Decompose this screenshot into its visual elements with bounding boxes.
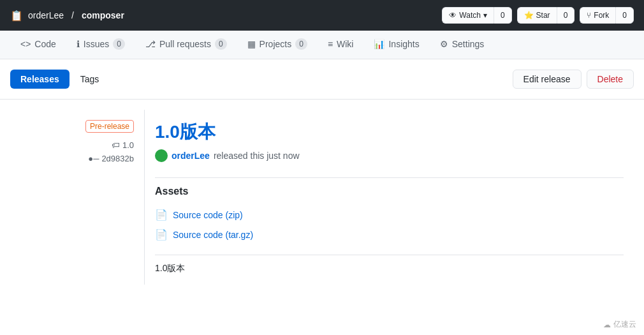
assets-section: Assets 📄 Source code (zip) 📄 Source code… <box>155 177 624 244</box>
release-title: 1.0版本 <box>155 120 624 144</box>
tab-insights[interactable]: 📊 Insights <box>363 31 429 58</box>
pre-release-badge: Pre-release <box>85 120 134 133</box>
assets-title: Assets <box>155 177 624 197</box>
zip-file-icon: 📄 <box>155 209 168 221</box>
asset-zip[interactable]: 📄 Source code (zip) <box>155 205 624 225</box>
edit-release-button[interactable]: Edit release <box>513 70 582 89</box>
commit-info: ●─ 2d9832b <box>20 154 134 163</box>
chevron-down-icon: ▾ <box>483 11 487 20</box>
tab-pr-label: Pull requests <box>159 39 211 49</box>
repo-name-link[interactable]: composer <box>82 10 124 20</box>
settings-icon: ⚙ <box>440 39 448 49</box>
tab-code[interactable]: <> Code <box>10 31 66 58</box>
tab-wiki[interactable]: ≡ Wiki <box>318 31 364 58</box>
release-main: 1.0版本 orderLee released this just now As… <box>144 110 634 285</box>
release-sidebar: Pre-release 🏷 1.0 ●─ 2d9832b <box>10 110 144 285</box>
commit-icon: ●─ <box>88 154 99 163</box>
watch-label: Watch <box>459 11 481 20</box>
tab-projects-label: Projects <box>260 39 292 49</box>
repo-owner-link[interactable]: orderLee <box>28 10 64 20</box>
asset-targz[interactable]: 📄 Source code (tar.gz) <box>155 225 624 244</box>
pr-badge: 0 <box>215 38 227 50</box>
tab-pull-requests[interactable]: ⎇ Pull requests 0 <box>135 31 237 59</box>
tab-wiki-label: Wiki <box>337 39 353 49</box>
repo-icon: 📋 <box>10 10 23 22</box>
watch-count[interactable]: 0 <box>494 7 512 24</box>
fork-button[interactable]: ⑂ Fork <box>580 7 615 24</box>
star-count[interactable]: 0 <box>557 7 575 24</box>
repo-separator: / <box>71 10 74 20</box>
wiki-icon: ≡ <box>328 39 333 49</box>
topbar-actions: 👁 Watch ▾ 0 ⭐ Star 0 ⑂ Fork 0 <box>442 7 634 24</box>
release-notes: 1.0版本 <box>155 255 624 274</box>
fork-count[interactable]: 0 <box>615 7 634 24</box>
delete-release-button[interactable]: Delete <box>587 70 634 89</box>
release-meta: orderLee released this just now <box>155 149 624 162</box>
releases-tab[interactable]: Releases <box>10 70 70 89</box>
tag-info: 🏷 1.0 <box>20 140 134 150</box>
tab-projects[interactable]: ▦ Projects 0 <box>237 31 318 59</box>
projects-badge: 0 <box>295 38 307 50</box>
tab-code-label: Code <box>34 39 55 49</box>
star-label: Star <box>536 11 550 20</box>
release-actions: Edit release Delete <box>513 70 634 89</box>
author-avatar <box>155 149 168 162</box>
topbar-left: 📋 orderLee / composer <box>10 10 124 22</box>
issues-icon: ℹ <box>77 39 80 49</box>
tab-settings[interactable]: ⚙ Settings <box>430 31 495 58</box>
eye-icon: 👁 <box>449 11 457 20</box>
fork-label: Fork <box>594 11 609 20</box>
code-icon: <> <box>20 39 31 49</box>
star-icon: ⭐ <box>524 11 534 20</box>
star-group: ⭐ Star 0 <box>517 7 575 24</box>
asset-targz-label: Source code (tar.gz) <box>173 230 253 240</box>
release-time: released this just now <box>214 151 300 161</box>
watch-group: 👁 Watch ▾ 0 <box>442 7 511 24</box>
commit-value: 2d9832b <box>101 154 134 163</box>
star-button[interactable]: ⭐ Star <box>517 7 557 24</box>
targz-file-icon: 📄 <box>155 228 168 241</box>
issues-badge: 0 <box>113 38 125 50</box>
tags-tab[interactable]: Tags <box>70 70 110 89</box>
content: Releases Tags Edit release Delete Pre-re… <box>0 59 644 295</box>
fork-icon: ⑂ <box>587 11 591 20</box>
topbar: 📋 orderLee / composer 👁 Watch ▾ 0 ⭐ Star… <box>0 0 644 31</box>
tag-icon: 🏷 <box>112 140 120 150</box>
nav-tabs: <> Code ℹ Issues 0 ⎇ Pull requests 0 ▦ P… <box>0 31 644 59</box>
projects-icon: ▦ <box>247 39 256 49</box>
tab-issues-label: Issues <box>84 39 109 49</box>
author-link[interactable]: orderLee <box>172 151 210 161</box>
tab-issues[interactable]: ℹ Issues 0 <box>66 31 135 59</box>
release-row: Pre-release 🏷 1.0 ●─ 2d9832b 1.0版本 order… <box>0 100 644 295</box>
insights-icon: 📊 <box>374 39 384 49</box>
releases-tabs: Releases Tags <box>10 70 110 89</box>
asset-zip-label: Source code (zip) <box>173 210 243 220</box>
tab-settings-label: Settings <box>452 39 485 49</box>
tab-insights-label: Insights <box>388 39 419 49</box>
fork-group: ⑂ Fork 0 <box>580 7 634 24</box>
tag-value: 1.0 <box>122 140 134 150</box>
watch-button[interactable]: 👁 Watch ▾ <box>442 7 494 24</box>
pr-icon: ⎇ <box>145 39 156 49</box>
releases-header: Releases Tags Edit release Delete <box>0 59 644 100</box>
